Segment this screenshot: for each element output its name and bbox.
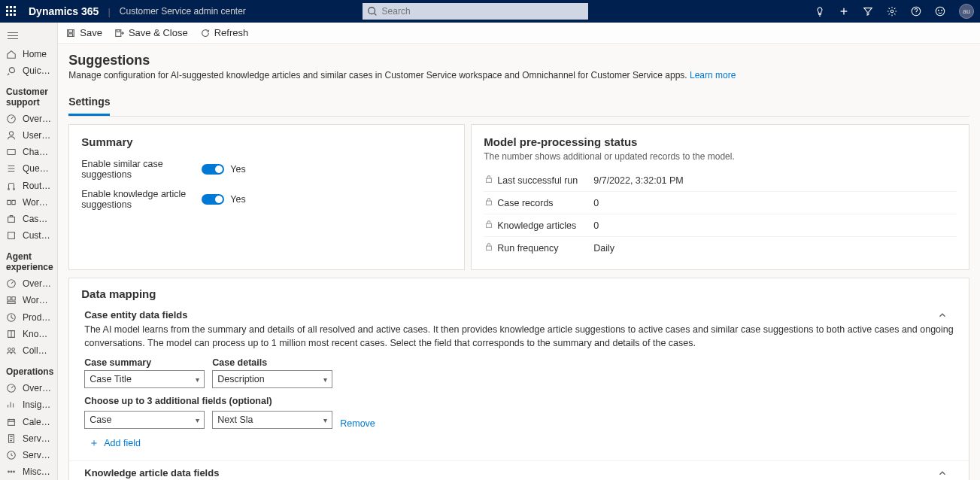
tab-settings[interactable]: Settings [68, 91, 110, 116]
save-button[interactable]: Save [65, 27, 102, 38]
case-summary-label: Case summary [84, 357, 205, 368]
svg-point-4 [890, 10, 894, 13]
sidebar-item-customer-settings[interactable]: Customer settings [0, 227, 57, 244]
lightbulb-icon[interactable] [815, 6, 825, 17]
collapse-case-entity-icon[interactable] [937, 310, 948, 323]
brand-label[interactable]: Dynamics 365 [29, 5, 99, 17]
settings-icon[interactable] [887, 6, 897, 17]
filter-icon[interactable] [863, 6, 873, 17]
knowledge-icon [6, 329, 17, 339]
toggle-similar-cases[interactable] [202, 164, 224, 175]
setting-label: Enable knowledge article suggestions [81, 189, 202, 210]
sidebar-item-calendar[interactable]: Calendar [0, 413, 57, 430]
workstreams-icon [6, 197, 17, 208]
sidebar-item-queues[interactable]: Queues [0, 160, 57, 177]
svg-point-27 [8, 471, 10, 472]
sidebar-item-label: Productivity [23, 312, 51, 323]
sidebar-item-label: Overview [23, 383, 51, 393]
terms-icon [6, 433, 17, 444]
svg-rect-11 [8, 150, 16, 155]
sidebar-item-user-management[interactable]: User management [0, 127, 57, 144]
additional-fields-label: Choose up to 3 additional fields (option… [84, 396, 954, 406]
sidebar-item-label: Channels [23, 147, 51, 157]
calendar-icon [6, 417, 17, 427]
case-entity-title: Case entity data fields [84, 309, 187, 321]
feedback-icon[interactable] [935, 6, 945, 17]
search-icon [367, 6, 378, 19]
app-launcher-icon[interactable] [6, 6, 17, 17]
svg-rect-32 [487, 178, 492, 182]
sidebar-item-miscellaneous[interactable]: Miscellaneous [0, 463, 57, 480]
routing-icon [6, 181, 17, 191]
remove-field-link[interactable]: Remove [340, 418, 375, 429]
sidebar-item-knowledge[interactable]: Knowledge [0, 326, 57, 342]
help-icon[interactable] [911, 6, 921, 17]
status-card: Model pre-processing status The number s… [471, 124, 969, 270]
sidebar-item-label: Workspaces [23, 295, 51, 305]
save-icon [65, 28, 76, 38]
sidebar-item-workstreams[interactable]: Workstreams [0, 194, 57, 211]
save-close-icon [114, 28, 125, 38]
sidebar-item-case-settings[interactable]: Case settings [0, 211, 57, 227]
toggle-state: Yes [230, 194, 245, 205]
sidebar-item-label: Quick setup (previ… [23, 65, 51, 76]
sidebar-collapse-button[interactable] [0, 23, 57, 46]
setting-row-similar-cases: Enable similar case suggestions Yes [81, 154, 452, 184]
rocket-icon [6, 65, 17, 76]
sidebar-item-label: Queues [23, 163, 51, 174]
save-close-button[interactable]: Save & Close [114, 27, 188, 38]
app-name-label: Customer Service admin center [120, 6, 246, 17]
status-value: Daily [593, 243, 614, 254]
sidebar-item-quick-setup[interactable]: Quick setup (previ… [0, 62, 57, 79]
svg-point-10 [9, 132, 13, 135]
sidebar-item-channels[interactable]: Channels [0, 144, 57, 160]
svg-point-22 [12, 348, 15, 351]
sidebar-item-service-scheduling[interactable]: Service scheduling [0, 447, 57, 463]
learn-more-link[interactable]: Learn more [690, 70, 736, 81]
user-avatar[interactable]: au [959, 4, 974, 19]
sidebar-item-op-overview[interactable]: Overview [0, 380, 57, 396]
collapse-knowledge-article-icon[interactable] [937, 468, 948, 480]
sidebar-item-workspaces[interactable]: Workspaces [0, 292, 57, 308]
knowledge-article-title: Knowledge article data fields [84, 467, 219, 478]
setting-row-knowledge-articles: Enable knowledge article suggestions Yes [81, 184, 452, 214]
refresh-button[interactable]: Refresh [200, 27, 249, 38]
sidebar-item-label: Overview [23, 114, 51, 124]
additional-field-value-dropdown[interactable]: Next Sla ▾ [212, 411, 332, 429]
toggle-knowledge-articles[interactable] [202, 194, 224, 205]
sidebar-item-home[interactable]: Home [0, 46, 57, 62]
sidebar-item-label: Customer settings [23, 230, 51, 241]
status-value: 0 [593, 220, 599, 231]
additional-field-entity-dropdown[interactable]: Case ▾ [84, 411, 205, 429]
svg-rect-15 [8, 232, 15, 239]
sidebar-item-collaboration[interactable]: Collaboration [0, 342, 57, 359]
status-label: Knowledge articles [497, 220, 593, 231]
svg-point-21 [8, 348, 11, 351]
sidebar-item-ae-overview[interactable]: Overview [0, 275, 57, 292]
search-input[interactable] [363, 3, 588, 20]
sidebar-item-overview[interactable]: Overview [0, 111, 57, 127]
case-details-dropdown[interactable]: Description ▾ [212, 370, 332, 388]
status-label: Last successful run [497, 175, 593, 186]
dropdown-value: Next Sla [217, 415, 253, 425]
sidebar-item-label: Service terms [23, 433, 51, 444]
page-subtitle: Manage configuration for AI-suggested kn… [68, 70, 969, 81]
sidebar-item-productivity[interactable]: Productivity [0, 309, 57, 326]
plus-icon: ＋ [89, 436, 99, 450]
svg-rect-31 [116, 29, 121, 36]
case-summary-dropdown[interactable]: Case Title ▾ [84, 370, 205, 388]
dropdown-value: Description [217, 374, 265, 384]
sidebar-item-label: User management [23, 130, 51, 141]
status-value: 0 [593, 198, 599, 208]
sidebar-item-insights[interactable]: Insights [0, 396, 57, 413]
global-search [363, 3, 588, 20]
chevron-down-icon: ▾ [196, 416, 199, 424]
top-navbar: Dynamics 365 | Customer Service admin ce… [0, 0, 980, 23]
plus-icon[interactable] [839, 6, 849, 17]
workspace-icon [6, 295, 17, 305]
sidebar-item-service-terms[interactable]: Service terms [0, 430, 57, 447]
chevron-down-icon: ▾ [323, 375, 327, 384]
sidebar-item-routing[interactable]: Routing [0, 178, 57, 194]
add-field-button[interactable]: ＋ Add field [89, 436, 954, 450]
sidebar-group-operations: Operations [0, 359, 57, 380]
